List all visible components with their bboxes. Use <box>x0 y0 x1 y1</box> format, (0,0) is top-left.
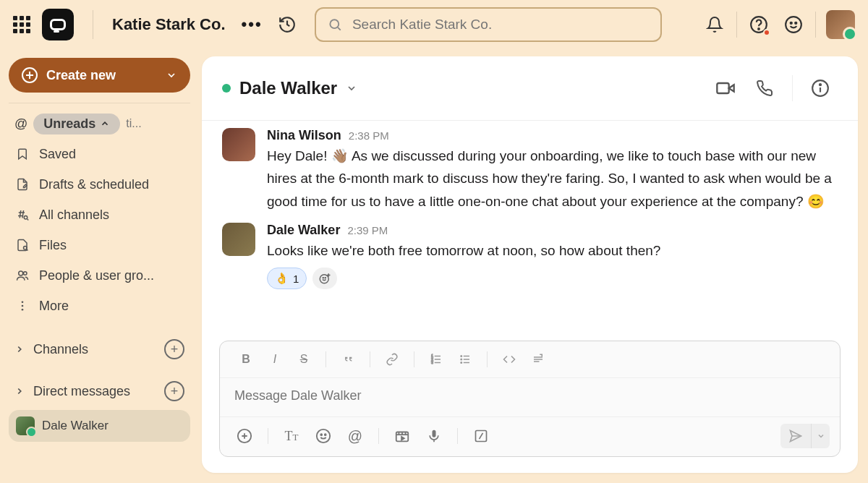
strike-button[interactable]: S <box>291 349 317 370</box>
dm-item-active[interactable]: Dale Walker <box>9 410 190 442</box>
plus-icon <box>22 67 38 83</box>
codeblock-button[interactable] <box>525 349 551 370</box>
svg-marker-55 <box>401 437 404 440</box>
dm-name: Dale Walker <box>42 419 109 433</box>
message: Dale Walker 2:39 PM Looks like we're bot… <box>222 223 838 289</box>
search-box[interactable] <box>315 7 662 42</box>
svg-line-12 <box>22 210 24 218</box>
reaction-emoji: 👌 <box>275 272 289 285</box>
presence-dot <box>222 84 231 93</box>
svg-point-41 <box>461 356 462 357</box>
smile-icon <box>784 15 803 34</box>
audio-clip-button[interactable] <box>420 423 448 449</box>
code-button[interactable] <box>496 349 522 370</box>
divider <box>736 12 737 38</box>
svg-line-62 <box>480 433 483 439</box>
divider <box>457 428 458 444</box>
dms-section[interactable]: Direct messages + <box>9 377 190 406</box>
send-group <box>780 424 830 448</box>
apps-grid-icon[interactable] <box>13 16 30 33</box>
svg-point-5 <box>791 22 792 24</box>
svg-point-29 <box>325 278 326 278</box>
send-button[interactable] <box>780 424 811 448</box>
add-channel-button[interactable]: + <box>164 339 184 359</box>
search-icon <box>328 17 342 33</box>
message-time: 2:38 PM <box>349 129 389 142</box>
workspace-logo[interactable] <box>42 9 74 40</box>
svg-point-42 <box>461 359 462 360</box>
svg-point-28 <box>323 278 323 278</box>
shortcuts-button[interactable] <box>467 423 495 449</box>
message-author[interactable]: Nina Wilson <box>267 128 341 143</box>
divider <box>268 428 268 444</box>
dm-avatar <box>16 416 35 435</box>
sidebar-item-more[interactable]: More <box>9 291 190 320</box>
svg-point-18 <box>24 272 27 275</box>
notifications-button[interactable] <box>697 7 732 42</box>
ordered-list-button[interactable]: 123 <box>423 349 449 370</box>
svg-point-4 <box>786 17 801 33</box>
workspace-name[interactable]: Katie Stark Co. <box>112 15 226 34</box>
divider <box>378 428 379 444</box>
message-avatar[interactable] <box>222 128 255 161</box>
message-author[interactable]: Dale Walker <box>267 223 340 238</box>
italic-button[interactable]: I <box>262 349 288 370</box>
sidebar-item-saved[interactable]: Saved <box>9 140 190 168</box>
svg-point-27 <box>320 275 329 283</box>
mention-button[interactable]: @ <box>341 423 370 449</box>
plus-circle-icon <box>237 428 252 444</box>
message-text: Looks like we're both free tomorrow at n… <box>267 239 838 262</box>
svg-point-21 <box>22 309 24 311</box>
user-avatar[interactable] <box>826 10 855 39</box>
bullet-list-button[interactable] <box>452 349 478 370</box>
help-button[interactable] <box>741 7 776 42</box>
divider <box>93 10 93 39</box>
sidebar-item-mentions[interactable]: @ Unreads ti... <box>9 109 190 138</box>
unreads-pill[interactable]: Unreads <box>33 114 120 134</box>
composer-input-area[interactable] <box>220 378 840 416</box>
divider <box>414 351 414 367</box>
chevron-right-icon <box>14 386 26 396</box>
message-avatar[interactable] <box>222 223 255 256</box>
add-dm-button[interactable]: + <box>164 381 184 401</box>
sidebar-item-all-channels[interactable]: All channels <box>9 200 190 229</box>
history-icon[interactable] <box>274 12 300 38</box>
video-clip-button[interactable] <box>388 423 417 449</box>
attach-plus-button[interactable] <box>230 423 259 449</box>
video-call-button[interactable] <box>708 71 743 106</box>
emoji-status-button[interactable] <box>776 7 811 42</box>
sidebar-item-drafts[interactable]: Drafts & scheduled <box>9 170 190 199</box>
send-options-button[interactable] <box>811 424 830 448</box>
divider <box>9 103 190 103</box>
info-button[interactable] <box>803 71 838 106</box>
message: Nina Wilson 2:38 PM Hey Dale! 👋🏽 As we d… <box>222 128 838 213</box>
section-label: Channels <box>33 342 88 357</box>
text-format-button[interactable]: TT <box>277 423 306 449</box>
svg-point-20 <box>22 305 24 307</box>
channels-section[interactable]: Channels + <box>9 335 190 364</box>
search-input[interactable] <box>352 17 649 33</box>
sidebar-item-files[interactable]: Files <box>9 231 190 260</box>
add-reaction-button[interactable] <box>312 268 337 289</box>
phone-call-button[interactable] <box>747 71 782 106</box>
send-icon <box>788 429 803 443</box>
workspace-menu-button[interactable]: ••• <box>242 15 263 34</box>
quote-button[interactable] <box>335 349 361 370</box>
chevron-down-icon[interactable] <box>346 82 357 94</box>
divider <box>370 351 370 367</box>
sidebar-item-people[interactable]: People & user gro... <box>9 261 190 290</box>
smile-plus-icon <box>318 272 331 285</box>
svg-point-19 <box>22 301 24 303</box>
mentions-tail: ti... <box>126 117 141 130</box>
message-composer: B I S 123 TT @ <box>219 341 841 457</box>
main-layout: Create new @ Unreads ti... Saved Drafts … <box>0 49 868 483</box>
svg-point-43 <box>461 362 462 364</box>
chat-title[interactable]: Dale Walker <box>239 78 337 98</box>
link-button[interactable] <box>379 349 405 370</box>
bold-button[interactable]: B <box>233 349 259 370</box>
composer-input[interactable] <box>234 388 825 403</box>
emoji-button[interactable] <box>309 423 338 449</box>
create-new-button[interactable]: Create new <box>9 58 190 93</box>
svg-point-50 <box>317 429 330 443</box>
reaction-chip[interactable]: 👌 1 <box>267 268 307 289</box>
